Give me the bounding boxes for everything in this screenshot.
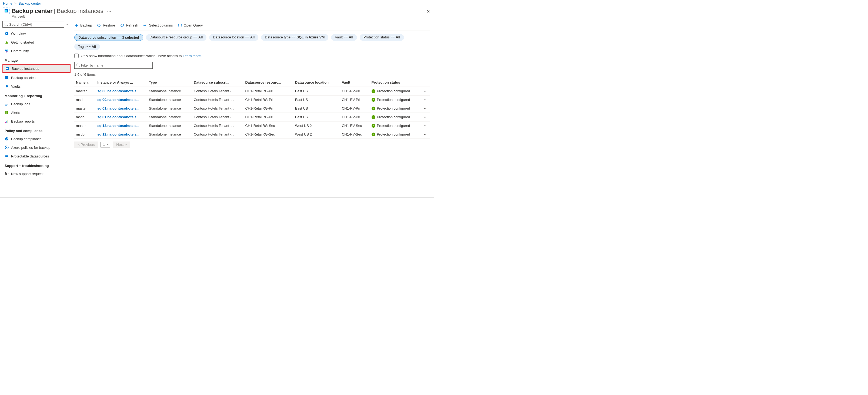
cell-instance-link[interactable]: sql00.na.contosohotels... [96, 87, 147, 95]
sidebar-item-label: Backup jobs [11, 102, 30, 106]
sidebar-item-protectable-datasources[interactable]: Protectable datasources [2, 152, 70, 161]
filter-tags[interactable]: Tags == All [74, 44, 100, 50]
cell-instance-link[interactable]: sql12.na.contosohotels... [96, 121, 147, 130]
sidebar-item-vaults[interactable]: Vaults [2, 82, 70, 91]
row-menu-icon[interactable]: ⋯ [421, 130, 430, 139]
svg-point-6 [5, 50, 7, 51]
col-location[interactable]: Datasource location [293, 78, 340, 87]
nav-icon [5, 40, 9, 45]
filter-pills: Datasource subscription == 3 selected Da… [74, 31, 430, 52]
col-name[interactable]: Name↑↓ [74, 78, 96, 87]
prev-button[interactable]: < Previous [74, 141, 98, 148]
cell-status: Protection configured [370, 95, 422, 104]
sidebar-item-alerts[interactable]: !Alerts [2, 108, 70, 117]
cell-instance-link[interactable]: sql01.na.contosohotels... [96, 113, 147, 121]
table-row[interactable]: msdbsql01.na.contosohotels...Standalone … [74, 113, 430, 121]
filter-type[interactable]: Datasource type == SQL in Azure VM [261, 34, 328, 41]
cell-type: Standalone Instance [147, 121, 192, 130]
breadcrumb-current[interactable]: Backup center [19, 1, 41, 5]
header-more-icon[interactable]: ⋯ [107, 9, 111, 14]
filter-location[interactable]: Datasource location == All [209, 34, 258, 41]
cell-vault: CH1-RV-Pri [340, 113, 370, 121]
cell-subscription: Contoso Hotels Tenant -... [192, 87, 244, 95]
cell-status: Protection configured [370, 121, 422, 130]
main-content: Backup Restore Refresh Select columns Op… [70, 20, 434, 198]
nav-icon [5, 31, 9, 36]
table-row[interactable]: msdbsql00.na.contosohotels...Standalone … [74, 95, 430, 104]
row-menu-icon[interactable]: ⋯ [421, 87, 430, 95]
sidebar-item-label: Backup reports [11, 119, 35, 123]
col-vault[interactable]: Vault [340, 78, 370, 87]
sidebar-item-getting-started[interactable]: Getting started [2, 38, 70, 47]
sidebar-item-label: Community [11, 49, 29, 53]
row-menu-icon[interactable]: ⋯ [421, 95, 430, 104]
page-select[interactable]: 1 [100, 142, 110, 147]
backup-button[interactable]: Backup [74, 23, 92, 28]
svg-point-7 [7, 50, 8, 51]
page: Home > Backup center Backup center | Bac… [0, 0, 434, 198]
cell-instance-link[interactable]: sql01.na.contosohotels... [96, 104, 147, 113]
success-icon [372, 89, 375, 93]
col-instance[interactable]: Instance or Always ... [96, 78, 147, 87]
sidebar-item-community[interactable]: Community [2, 47, 70, 55]
sidebar-item-new-support-request[interactable]: New support request [2, 169, 70, 178]
row-menu-icon[interactable]: ⋯ [421, 113, 430, 121]
sidebar-item-backup-instances[interactable]: Backup instances [2, 64, 70, 73]
pager: < Previous 1 Next > [74, 139, 430, 150]
nav-icon [5, 154, 9, 158]
cell-name: msdb [74, 130, 96, 139]
access-checkbox[interactable] [74, 54, 79, 58]
collapse-sidebar-icon[interactable]: « [66, 23, 68, 26]
next-button[interactable]: Next > [113, 141, 130, 148]
cell-instance-link[interactable]: sql00.na.contosohotels... [96, 95, 147, 104]
cell-type: Standalone Instance [147, 87, 192, 95]
sidebar-item-backup-policies[interactable]: Backup policies [2, 73, 70, 82]
svg-point-25 [5, 172, 7, 174]
filter-resource-group[interactable]: Datasource resource group == All [146, 34, 207, 41]
sidebar-item-backup-jobs[interactable]: Backup jobs [2, 100, 70, 108]
svg-rect-23 [5, 155, 8, 156]
search-input[interactable]: Search (Ctrl+/) [2, 21, 64, 28]
filter-protection[interactable]: Protection status == All [360, 34, 404, 41]
col-subscription[interactable]: Datasource subscri... [192, 78, 244, 87]
svg-rect-13 [5, 103, 8, 103]
breadcrumb-home[interactable]: Home [3, 1, 12, 5]
sort-icon: ↑↓ [87, 81, 89, 84]
cell-status: Protection configured [370, 130, 422, 139]
sidebar-item-overview[interactable]: Overview [2, 29, 70, 38]
restore-button[interactable]: Restore [97, 23, 115, 28]
sidebar-item-label: Backup instances [11, 66, 39, 70]
select-columns-button[interactable]: Select columns [143, 23, 173, 28]
sidebar-item-azure-policies-for-backup[interactable]: Azure policies for backup [2, 143, 70, 152]
page-title: Backup center [11, 7, 53, 15]
filter-subscription[interactable]: Datasource subscription == 3 selected [74, 34, 143, 41]
refresh-button[interactable]: Refresh [120, 23, 138, 28]
learn-more-link[interactable]: Learn more. [183, 54, 202, 58]
row-menu-icon[interactable]: ⋯ [421, 121, 430, 130]
svg-rect-11 [5, 76, 8, 79]
col-type[interactable]: Type [147, 78, 192, 87]
row-menu-icon[interactable]: ⋯ [421, 104, 430, 113]
cell-vault: CH1-RV-Sec [340, 121, 370, 130]
nav-icon [5, 119, 9, 123]
open-query-button[interactable]: Open Query [178, 23, 203, 28]
nav-icon [5, 172, 9, 176]
header: Backup center | Backup instances ⋯ Micro… [0, 6, 434, 20]
page-subtitle: | Backup instances [54, 7, 103, 15]
filter-vault[interactable]: Vault == All [331, 34, 357, 41]
table-row[interactable]: mastersql01.na.contosohotels...Standalon… [74, 104, 430, 113]
cell-rg: CH1-RetailRG-Pri [244, 95, 293, 104]
col-rg[interactable]: Datasource resourc... [244, 78, 293, 87]
svg-rect-18 [5, 122, 6, 123]
sidebar-item-backup-compliance[interactable]: Backup compliance [2, 135, 70, 143]
cell-instance-link[interactable]: sql12.na.contosohotels... [96, 130, 147, 139]
sidebar-item-label: Overview [11, 32, 26, 36]
table-row[interactable]: mastersql12.na.contosohotels...Standalon… [74, 121, 430, 130]
nav-icon [5, 84, 9, 88]
col-status[interactable]: Protection status [370, 78, 422, 87]
filter-by-name-input[interactable]: Filter by name [74, 62, 153, 69]
table-row[interactable]: mastersql00.na.contosohotels...Standalon… [74, 87, 430, 95]
close-icon[interactable]: ✕ [427, 9, 430, 14]
table-row[interactable]: msdbsql12.na.contosohotels...Standalone … [74, 130, 430, 139]
sidebar-item-backup-reports[interactable]: Backup reports [2, 117, 70, 125]
